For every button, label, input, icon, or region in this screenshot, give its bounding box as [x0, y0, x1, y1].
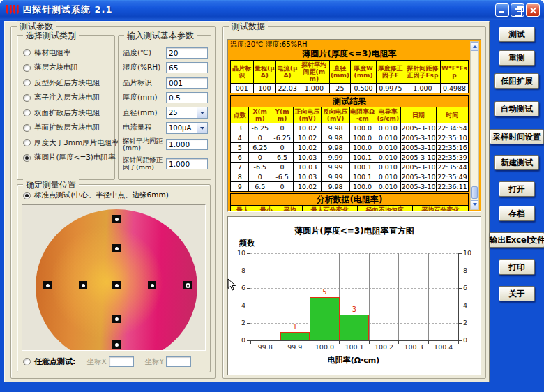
chart-ylabel: 频数 [239, 238, 255, 248]
probe-spacing-input[interactable] [166, 139, 208, 150]
measure-point [112, 340, 121, 349]
table-cell: 10.03 [293, 172, 322, 182]
table-row: 7-6.5010.039.99100.10.0102005-3-1022:35:… [231, 163, 469, 172]
table-cell: 10.02 [293, 133, 322, 143]
column-header: W*F*Fsp [441, 61, 469, 84]
histogram-panel: 薄圆片(厚度<=3)电阻率直方图 频数 0022446688101015399.… [227, 216, 481, 375]
radio-icon[interactable] [23, 358, 31, 365]
category-option-1[interactable]: 棒材电阻率 [23, 45, 113, 61]
table-row: 40-6.2510.029.98100.00.0102005-3-1022:35… [231, 133, 469, 143]
y-axis-tick [459, 323, 462, 324]
about-button[interactable]: 关于 [499, 286, 535, 301]
spacing-correction-input[interactable] [166, 158, 208, 169]
panel-test-data-caption: 测试数据 [229, 21, 268, 33]
wafer-id-input[interactable] [166, 77, 208, 89]
measure-point [79, 281, 87, 289]
dropdown-arrow-icon[interactable] [197, 107, 207, 118]
category-option-7[interactable]: 厚度大于3mm厚片电阻率 [23, 135, 113, 151]
table-cell: 0.4988 [441, 84, 469, 93]
coord-y-input[interactable] [166, 356, 191, 367]
scrollbar[interactable] [470, 41, 479, 210]
table-cell: 6.25 [249, 143, 271, 153]
standard-point-label: 标准点测试(中心、半径中点、边缘6mm) [34, 190, 169, 200]
param-row-current-range: 电流量程100μA [123, 121, 208, 136]
category-option-5[interactable]: 双面扩散层方块电阻 [23, 105, 113, 121]
current-range-select[interactable]: 100μA [166, 122, 208, 134]
scroll-up-icon [473, 43, 477, 48]
coord-x-input[interactable] [109, 356, 134, 367]
y-axis-tick [247, 288, 250, 289]
diameter-select[interactable]: 25 [166, 107, 208, 119]
category-option-4[interactable]: 离子注入层方块电阻 [23, 91, 113, 106]
bar-value-label: 3 [340, 306, 370, 313]
title-bar[interactable]: 四探针测试系统 2.1 [0, 0, 544, 20]
column-header: 时间 [437, 107, 469, 123]
column-header: 探针平均间距(mm) [299, 61, 330, 84]
table-cell: 0.500 [351, 84, 377, 93]
category-option-3[interactable]: 反型外延层方块电阻 [23, 75, 113, 91]
close-button[interactable] [526, 3, 540, 17]
sampling-time-settings-button[interactable]: 采样时间设置 [490, 129, 544, 144]
thickness-input[interactable] [166, 92, 208, 103]
table-cell: 0.010 [375, 182, 401, 192]
y-axis-label: 2 [232, 319, 245, 326]
category-option-label: 薄层方块电阻 [34, 63, 78, 73]
column-header: Y(mm) [271, 107, 294, 123]
table-cell: 10.02 [293, 182, 322, 192]
group-basic-params: 输入测试基本参数 温度(℃)湿度(%RH)晶片标识厚度(mm)直径(mm)25电… [118, 35, 211, 180]
header-row: 点数X(mm)Y(mm)正向电压(mV)反向电压(mV)电阻率Ω·cm电导率(s… [231, 107, 469, 123]
standard-point-option[interactable]: 标准点测试(中心、半径中点、边缘6mm) [23, 190, 169, 200]
dropdown-arrow-icon[interactable] [197, 123, 207, 133]
new-test-button[interactable]: 新建测试 [494, 155, 539, 170]
open-button[interactable]: 打开 [499, 181, 535, 197]
category-option-6[interactable]: 单面扩散层方块电阻 [23, 121, 113, 136]
current-range-label: 电流量程 [123, 123, 166, 133]
low-resistance-extend-button[interactable]: 低阻扩展 [494, 73, 539, 89]
param-fields: 温度(℃)湿度(%RH)晶片标识厚度(mm)直径(mm)25电流量程100μA探… [123, 45, 208, 174]
auto-test-button[interactable]: 自动测试 [494, 101, 539, 116]
category-option-8[interactable]: 薄圆片(厚度<=3)电阻率 [23, 151, 113, 166]
temperature-input[interactable] [166, 47, 208, 59]
y-axis-tick [247, 306, 250, 306]
table-cell: 0.010 [375, 133, 401, 143]
scroll-down-button[interactable] [471, 200, 478, 209]
print-button[interactable]: 打印 [499, 259, 535, 275]
scroll-thumb[interactable] [471, 186, 478, 199]
table-row: 96.5010.029.98100.00.0102005-3-1022:36:1… [231, 182, 469, 192]
diameter-label: 直径(mm) [123, 108, 166, 118]
restore-button[interactable] [511, 3, 524, 17]
y-axis-label: 4 [463, 301, 477, 309]
table-cell: 9.98 [322, 133, 349, 143]
table-cell: 2005-3-10 [401, 143, 437, 153]
radio-icon [23, 139, 31, 146]
table-cell: 22.03 [276, 84, 299, 93]
category-option-2[interactable]: 薄层方块电阻 [23, 61, 113, 76]
scroll-up-button[interactable] [471, 42, 478, 51]
table-cell: 2005-3-10 [401, 133, 437, 143]
table-cell: 9.99 [322, 163, 349, 172]
category-option-label: 单面扩散层方块电阻 [34, 123, 100, 133]
humidity-label: 湿度(%RH) [123, 63, 166, 73]
window-controls [495, 3, 540, 17]
measure-point [43, 281, 52, 289]
archive-button[interactable]: 存档 [499, 206, 535, 221]
retest-button[interactable]: 重测 [499, 50, 535, 66]
window-title: 四探针测试系统 2.1 [22, 3, 113, 16]
column-header: 直径(mm) [329, 61, 351, 84]
column-header: 厚度修正因子F [376, 61, 405, 84]
table-cell: 0.010 [375, 172, 401, 182]
category-option-label: 双面扩散层方块电阻 [34, 108, 100, 118]
panel-test-params: 测试参数 选择测试类别 棒材电阻率薄层方块电阻反型外延层方块电阻离子注入层方块电… [10, 26, 216, 379]
category-option-label: 棒材电阻率 [34, 48, 71, 58]
test-button[interactable]: 测试 [499, 27, 535, 42]
table-cell: 8 [231, 172, 249, 182]
table-cell: 9.98 [322, 123, 349, 133]
column-header: 平均 [278, 206, 302, 212]
minimize-button[interactable] [495, 3, 509, 17]
y-axis-tick [459, 253, 462, 254]
export-excel-button[interactable]: 输出Excel文件 [489, 232, 544, 248]
table-cell: -6.25 [249, 123, 271, 133]
humidity-input[interactable] [166, 62, 208, 73]
resistivity-setup-table: 晶片标识量程(μA)电流(μA)探针平均间距(mm)直径(mm)厚度W(mm)厚… [230, 60, 469, 93]
restore-icon [515, 8, 522, 16]
